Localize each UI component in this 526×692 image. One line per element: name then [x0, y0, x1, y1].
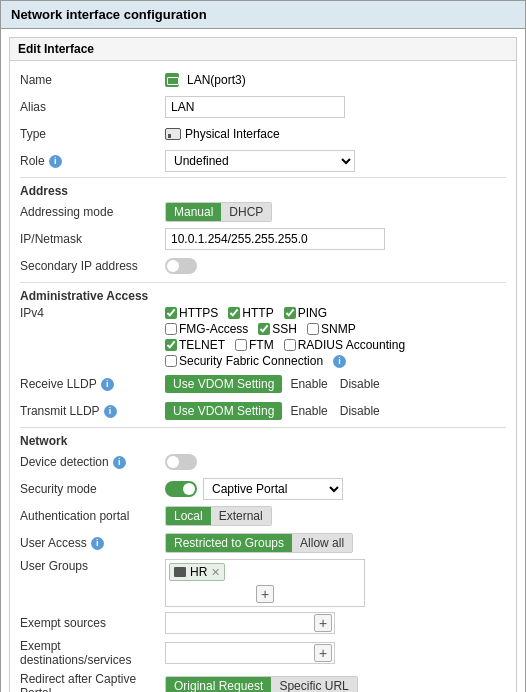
- restricted-groups-btn[interactable]: Restricted to Groups: [166, 534, 292, 552]
- transmit-lldp-vdom-btn[interactable]: Use VDOM Setting: [165, 402, 282, 420]
- transmit-lldp-disable-btn[interactable]: Disable: [336, 402, 384, 420]
- physical-interface-icon: [165, 128, 181, 140]
- add-group-btn[interactable]: +: [256, 585, 274, 603]
- alias-value: [165, 96, 506, 118]
- http-checkbox[interactable]: HTTP: [228, 306, 273, 320]
- ipv4-row: IPv4 HTTPS HTTP PING FMG-Access SSH SNMP: [20, 306, 506, 368]
- external-btn[interactable]: External: [211, 507, 271, 525]
- exempt-destinations-row: Exempt destinations/services +: [20, 639, 506, 667]
- security-mode-label: Security mode: [20, 482, 165, 496]
- fabric-info-icon[interactable]: i: [333, 355, 346, 368]
- divider-1: [20, 177, 506, 178]
- redirect-label: Redirect after Captive Portal: [20, 672, 165, 692]
- role-label: Role i: [20, 154, 165, 168]
- dhcp-btn[interactable]: DHCP: [221, 203, 271, 221]
- type-label: Type: [20, 127, 165, 141]
- snmp-checkbox[interactable]: SNMP: [307, 322, 356, 336]
- transmit-lldp-enable-btn[interactable]: Enable: [286, 402, 331, 420]
- ftm-checkbox[interactable]: FTM: [235, 338, 274, 352]
- telnet-checkbox[interactable]: TELNET: [165, 338, 225, 352]
- exempt-destinations-add-btn[interactable]: +: [314, 644, 332, 662]
- auth-portal-row: Authentication portal Local External: [20, 505, 506, 527]
- allow-all-btn[interactable]: Allow all: [292, 534, 352, 552]
- manual-btn[interactable]: Manual: [166, 203, 221, 221]
- role-select[interactable]: Undefined: [165, 150, 355, 172]
- auth-portal-toggle: Local External: [165, 506, 272, 526]
- lan-icon: [165, 73, 179, 87]
- alias-input[interactable]: [165, 96, 345, 118]
- ip-netmask-input[interactable]: [165, 228, 385, 250]
- type-value: Physical Interface: [165, 127, 506, 141]
- exempt-sources-label: Exempt sources: [20, 616, 165, 630]
- name-label: Name: [20, 73, 165, 87]
- original-request-btn[interactable]: Original Request: [166, 677, 271, 692]
- radius-checkbox[interactable]: RADIUS Accounting: [284, 338, 405, 352]
- user-access-value: Restricted to Groups Allow all: [165, 533, 506, 553]
- type-text: Physical Interface: [185, 127, 280, 141]
- addressing-mode-value: Manual DHCP: [165, 202, 506, 222]
- specific-url-btn[interactable]: Specific URL: [271, 677, 356, 692]
- admin-row-1: HTTPS HTTP PING: [165, 306, 411, 320]
- fabric-checkbox[interactable]: Security Fabric Connection: [165, 354, 323, 368]
- transmit-lldp-row: Transmit LLDP i Use VDOM Setting Enable …: [20, 400, 506, 422]
- receive-lldp-info-icon[interactable]: i: [101, 378, 114, 391]
- redirect-toggle: Original Request Specific URL: [165, 676, 358, 692]
- role-row: Role i Undefined: [20, 150, 506, 172]
- group-icon: [174, 567, 186, 577]
- security-mode-value: Captive Portal: [165, 478, 506, 500]
- device-detection-info-icon[interactable]: i: [113, 456, 126, 469]
- admin-row-4: Security Fabric Connection i: [165, 354, 411, 368]
- security-mode-row: Security mode Captive Portal: [20, 478, 506, 500]
- security-mode-select[interactable]: Captive Portal: [203, 478, 343, 500]
- name-value: LAN(port3): [165, 73, 506, 87]
- ipv4-checkboxes: HTTPS HTTP PING FMG-Access SSH SNMP TELN…: [165, 306, 506, 368]
- ping-checkbox[interactable]: PING: [284, 306, 327, 320]
- local-btn[interactable]: Local: [166, 507, 211, 525]
- secondary-ip-row: Secondary IP address: [20, 255, 506, 277]
- user-access-label: User Access i: [20, 536, 165, 550]
- secondary-ip-label: Secondary IP address: [20, 259, 165, 273]
- exempt-sources-field[interactable]: +: [165, 612, 335, 634]
- device-detection-value: [165, 454, 506, 470]
- secondary-ip-toggle[interactable]: [165, 258, 197, 274]
- hr-group-name: HR: [190, 565, 207, 579]
- ip-netmask-label: IP/Netmask: [20, 232, 165, 246]
- user-groups-box[interactable]: HR ✕ +: [165, 559, 365, 607]
- exempt-destinations-label: Exempt destinations/services: [20, 639, 165, 667]
- user-access-info-icon[interactable]: i: [91, 537, 104, 550]
- receive-lldp-disable-btn[interactable]: Disable: [336, 375, 384, 393]
- role-info-icon[interactable]: i: [49, 155, 62, 168]
- exempt-sources-add-btn[interactable]: +: [314, 614, 332, 632]
- transmit-lldp-info-icon[interactable]: i: [104, 405, 117, 418]
- https-checkbox[interactable]: HTTPS: [165, 306, 218, 320]
- device-detection-toggle[interactable]: [165, 454, 197, 470]
- fmg-checkbox[interactable]: FMG-Access: [165, 322, 248, 336]
- redirect-value: Original Request Specific URL: [165, 676, 506, 692]
- user-groups-row: User Groups HR ✕ +: [20, 559, 506, 607]
- ip-netmask-value: [165, 228, 506, 250]
- exempt-sources-row: Exempt sources +: [20, 612, 506, 634]
- admin-row-3: TELNET FTM RADIUS Accounting: [165, 338, 411, 352]
- edit-interface-section: Edit Interface Name LAN(port3) Alias Typ…: [9, 37, 517, 692]
- receive-lldp-label: Receive LLDP i: [20, 377, 165, 391]
- exempt-destinations-field[interactable]: +: [165, 642, 335, 664]
- addressing-mode-label: Addressing mode: [20, 205, 165, 219]
- security-mode-toggle[interactable]: [165, 481, 197, 497]
- ip-netmask-row: IP/Netmask: [20, 228, 506, 250]
- ipv4-label: IPv4: [20, 306, 165, 320]
- network-section-header: Network: [20, 434, 506, 448]
- alias-label: Alias: [20, 100, 165, 114]
- admin-row-2: FMG-Access SSH SNMP: [165, 322, 411, 336]
- hr-group-tag: HR ✕: [169, 563, 225, 581]
- divider-2: [20, 282, 506, 283]
- divider-3: [20, 427, 506, 428]
- ssh-checkbox[interactable]: SSH: [258, 322, 297, 336]
- name-row: Name LAN(port3): [20, 69, 506, 91]
- user-groups-value: HR ✕ +: [165, 559, 506, 607]
- addressing-mode-row: Addressing mode Manual DHCP: [20, 201, 506, 223]
- hr-group-remove-btn[interactable]: ✕: [211, 566, 220, 579]
- user-access-toggle: Restricted to Groups Allow all: [165, 533, 353, 553]
- user-access-row: User Access i Restricted to Groups Allow…: [20, 532, 506, 554]
- receive-lldp-enable-btn[interactable]: Enable: [286, 375, 331, 393]
- receive-lldp-vdom-btn[interactable]: Use VDOM Setting: [165, 375, 282, 393]
